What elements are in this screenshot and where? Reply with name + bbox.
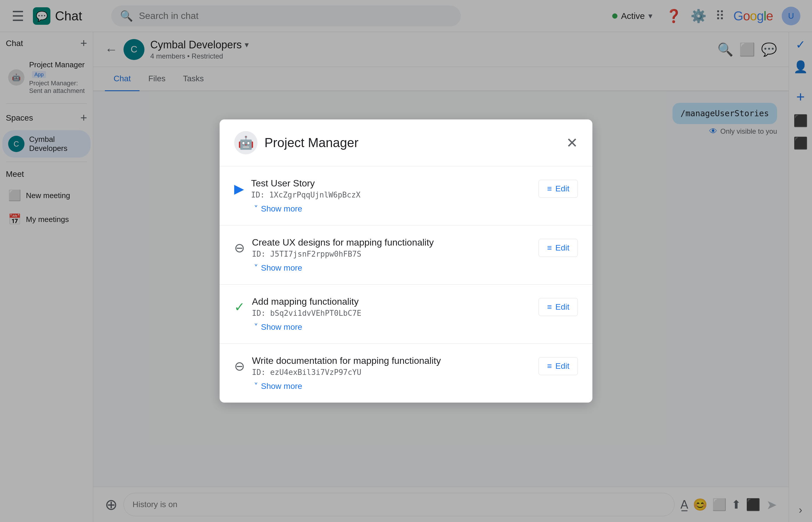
show-more-chevron-1: ˅ xyxy=(254,263,258,273)
edit-button-3[interactable]: ≡ Edit xyxy=(539,357,578,375)
task-left-2: ✓ Add mapping functionality ID: bSq2vi1d… xyxy=(234,296,539,318)
show-more-3[interactable]: ˅ Show more xyxy=(234,381,578,391)
task-id-2: ID: bSq2vi1dvVEhPT0LbC7E xyxy=(252,309,539,318)
task-left-0: ▶ Test User Story ID: 1XcZgrPqqUjnlW6pBc… xyxy=(234,178,539,199)
task-item-0: ▶ Test User Story ID: 1XcZgrPqqUjnlW6pBc… xyxy=(220,166,592,225)
task-info-3: Write documentation for mapping function… xyxy=(252,355,539,377)
task-info-2: Add mapping functionality ID: bSq2vi1dvV… xyxy=(252,296,539,318)
task-id-3: ID: ezU4exBil3i7VzP97cYU xyxy=(252,368,539,377)
task-info-0: Test User Story ID: 1XcZgrPqqUjnlW6pBczX xyxy=(251,178,539,199)
modal-close-button[interactable]: ✕ xyxy=(566,135,578,151)
task-title-3: Write documentation for mapping function… xyxy=(252,355,539,366)
task-title-2: Add mapping functionality xyxy=(252,296,539,307)
task-row-1: ⊖ Create UX designs for mapping function… xyxy=(234,237,578,258)
task-status-icon-3: ⊖ xyxy=(234,359,245,374)
modal-title: Project Manager xyxy=(264,136,566,150)
edit-icon-0: ≡ xyxy=(547,184,552,194)
show-more-chevron-2: ˅ xyxy=(254,322,258,332)
task-status-icon-1: ⊖ xyxy=(234,240,245,255)
task-title-0: Test User Story xyxy=(251,178,539,189)
task-status-icon-2: ✓ xyxy=(234,299,245,314)
task-row-3: ⊖ Write documentation for mapping functi… xyxy=(234,355,578,377)
show-more-2[interactable]: ˅ Show more xyxy=(234,322,578,332)
show-more-1[interactable]: ˅ Show more xyxy=(234,263,578,273)
task-left-3: ⊖ Write documentation for mapping functi… xyxy=(234,355,539,377)
show-more-chevron-3: ˅ xyxy=(254,381,258,391)
edit-button-2[interactable]: ≡ Edit xyxy=(539,298,578,316)
show-more-0[interactable]: ˅ Show more xyxy=(234,204,578,214)
task-row-2: ✓ Add mapping functionality ID: bSq2vi1d… xyxy=(234,296,578,318)
modal-overlay[interactable]: 🤖 Project Manager ✕ ▶ Test User Story ID… xyxy=(0,0,812,522)
task-id-1: ID: J5TI7jsnF2rppw0hFB7S xyxy=(252,249,539,258)
show-more-chevron-0: ˅ xyxy=(254,204,258,214)
edit-icon-2: ≡ xyxy=(547,302,552,312)
task-list: ▶ Test User Story ID: 1XcZgrPqqUjnlW6pBc… xyxy=(220,166,592,403)
task-row-0: ▶ Test User Story ID: 1XcZgrPqqUjnlW6pBc… xyxy=(234,178,578,199)
task-info-1: Create UX designs for mapping functional… xyxy=(252,237,539,258)
edit-button-0[interactable]: ≡ Edit xyxy=(539,180,578,198)
edit-icon-3: ≡ xyxy=(547,361,552,371)
modal-robot-icon: 🤖 xyxy=(234,131,258,154)
edit-button-1[interactable]: ≡ Edit xyxy=(539,239,578,257)
task-left-1: ⊖ Create UX designs for mapping function… xyxy=(234,237,539,258)
edit-icon-1: ≡ xyxy=(547,243,552,253)
task-id-0: ID: 1XcZgrPqqUjnlW6pBczX xyxy=(251,190,539,199)
task-title-1: Create UX designs for mapping functional… xyxy=(252,237,539,248)
modal: 🤖 Project Manager ✕ ▶ Test User Story ID… xyxy=(220,119,592,403)
modal-header: 🤖 Project Manager ✕ xyxy=(220,119,592,166)
task-item-2: ✓ Add mapping functionality ID: bSq2vi1d… xyxy=(220,285,592,344)
task-item-3: ⊖ Write documentation for mapping functi… xyxy=(220,344,592,403)
task-item-1: ⊖ Create UX designs for mapping function… xyxy=(220,225,592,285)
task-status-icon-0: ▶ xyxy=(234,181,244,196)
